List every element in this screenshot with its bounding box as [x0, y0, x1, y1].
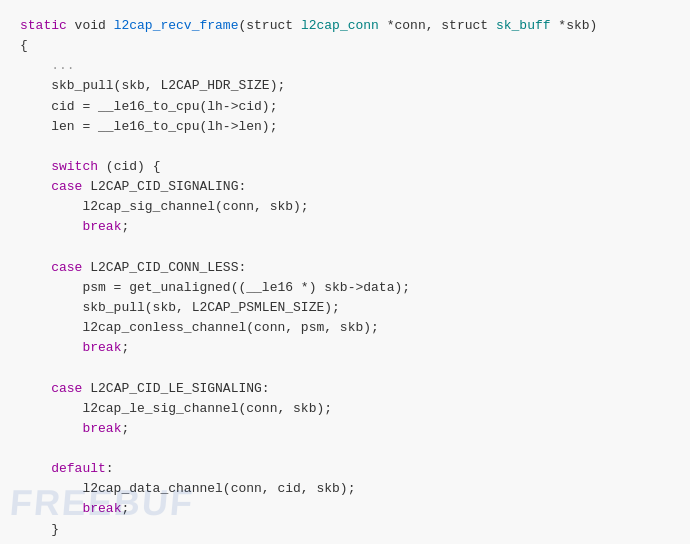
- code-line: [20, 358, 670, 378]
- code-token: L2CAP_CID_LE_SIGNALING:: [82, 381, 269, 396]
- code-token: default: [51, 461, 106, 476]
- code-line: {: [20, 36, 670, 56]
- code-token: [20, 219, 82, 234]
- code-line: [20, 439, 670, 459]
- code-token: cid = __le16_to_cpu(lh->cid);: [20, 99, 277, 114]
- code-line: len = __le16_to_cpu(lh->len);: [20, 117, 670, 137]
- code-line: ...: [20, 56, 670, 76]
- code-token: l2cap_conn: [301, 18, 379, 33]
- code-token: [20, 159, 51, 174]
- code-token: l2cap_le_sig_channel(conn, skb);: [20, 401, 332, 416]
- code-token: len = __le16_to_cpu(lh->len);: [20, 119, 277, 134]
- code-token: :: [106, 461, 114, 476]
- code-token: case: [51, 179, 82, 194]
- code-token: L2CAP_CID_CONN_LESS:: [82, 260, 246, 275]
- code-token: break: [82, 421, 121, 436]
- code-token: [20, 260, 51, 275]
- code-token: *conn, struct: [379, 18, 496, 33]
- code-line: case L2CAP_CID_SIGNALING:: [20, 177, 670, 197]
- code-token: void: [67, 18, 114, 33]
- code-block: static void l2cap_recv_frame(struct l2ca…: [20, 16, 670, 540]
- code-line: l2cap_le_sig_channel(conn, skb);: [20, 399, 670, 419]
- code-token: [20, 501, 82, 516]
- code-token: ;: [121, 501, 129, 516]
- code-line: break;: [20, 217, 670, 237]
- code-line: skb_pull(skb, L2CAP_HDR_SIZE);: [20, 76, 670, 96]
- code-token: ;: [121, 421, 129, 436]
- code-line: default:: [20, 459, 670, 479]
- code-token: break: [82, 501, 121, 516]
- code-line: [20, 238, 670, 258]
- code-token: break: [82, 219, 121, 234]
- code-line: cid = __le16_to_cpu(lh->cid);: [20, 97, 670, 117]
- code-token: l2cap_conless_channel(conn, psm, skb);: [20, 320, 379, 335]
- code-container: static void l2cap_recv_frame(struct l2ca…: [0, 0, 690, 544]
- code-line: l2cap_conless_channel(conn, psm, skb);: [20, 318, 670, 338]
- code-line: l2cap_sig_channel(conn, skb);: [20, 197, 670, 217]
- code-token: sk_buff: [496, 18, 551, 33]
- code-token: break: [82, 340, 121, 355]
- code-token: case: [51, 260, 82, 275]
- code-token: ;: [121, 219, 129, 234]
- code-line: skb_pull(skb, L2CAP_PSMLEN_SIZE);: [20, 298, 670, 318]
- code-token: [20, 179, 51, 194]
- code-token: {: [20, 38, 28, 53]
- code-token: skb_pull(skb, L2CAP_PSMLEN_SIZE);: [20, 300, 340, 315]
- code-token: [20, 461, 51, 476]
- code-token: [20, 381, 51, 396]
- code-token: l2cap_sig_channel(conn, skb);: [20, 199, 309, 214]
- code-line: break;: [20, 419, 670, 439]
- code-token: }: [20, 522, 59, 537]
- code-token: static: [20, 18, 67, 33]
- code-token: *skb): [551, 18, 598, 33]
- code-token: ...: [20, 58, 75, 73]
- code-line: l2cap_data_channel(conn, cid, skb);: [20, 479, 670, 499]
- code-token: case: [51, 381, 82, 396]
- code-line: break;: [20, 499, 670, 519]
- code-token: ;: [121, 340, 129, 355]
- code-token: switch: [51, 159, 98, 174]
- code-token: [20, 421, 82, 436]
- code-token: l2cap_data_channel(conn, cid, skb);: [20, 481, 355, 496]
- code-line: psm = get_unaligned((__le16 *) skb->data…: [20, 278, 670, 298]
- code-token: skb_pull(skb, L2CAP_HDR_SIZE);: [20, 78, 285, 93]
- code-token: (struct: [238, 18, 300, 33]
- code-line: static void l2cap_recv_frame(struct l2ca…: [20, 16, 670, 36]
- code-line: [20, 137, 670, 157]
- code-line: break;: [20, 338, 670, 358]
- code-token: l2cap_recv_frame: [114, 18, 239, 33]
- code-token: (cid) {: [98, 159, 160, 174]
- code-token: psm = get_unaligned((__le16 *) skb->data…: [20, 280, 410, 295]
- code-line: switch (cid) {: [20, 157, 670, 177]
- code-line: case L2CAP_CID_LE_SIGNALING:: [20, 379, 670, 399]
- code-token: L2CAP_CID_SIGNALING:: [82, 179, 246, 194]
- code-token: [20, 340, 82, 355]
- code-line: }: [20, 520, 670, 540]
- code-line: case L2CAP_CID_CONN_LESS:: [20, 258, 670, 278]
